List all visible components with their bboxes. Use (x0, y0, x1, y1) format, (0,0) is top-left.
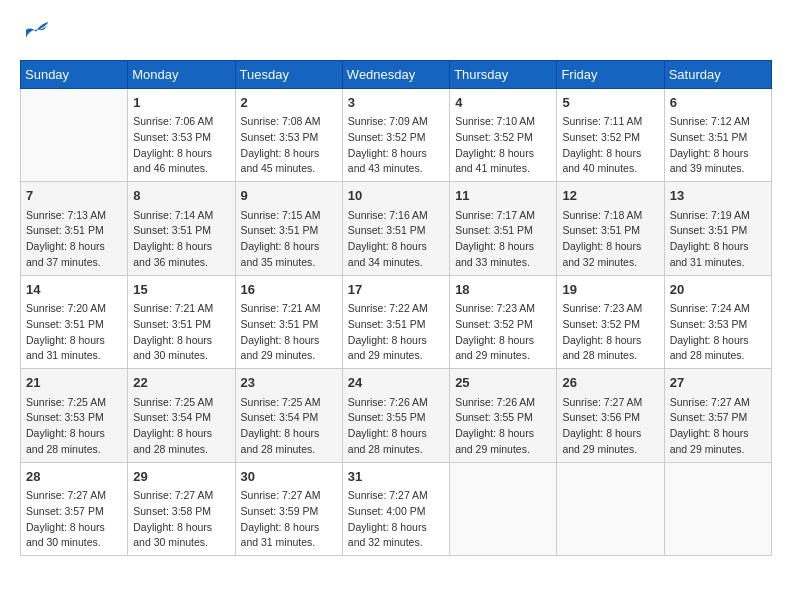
day-info: Sunrise: 7:24 AMSunset: 3:53 PMDaylight:… (670, 301, 766, 364)
calendar-cell: 12Sunrise: 7:18 AMSunset: 3:51 PMDayligh… (557, 182, 664, 276)
day-info: Sunrise: 7:23 AMSunset: 3:52 PMDaylight:… (562, 301, 658, 364)
day-number: 25 (455, 373, 551, 393)
day-info: Sunrise: 7:25 AMSunset: 3:54 PMDaylight:… (133, 395, 229, 458)
calendar-cell: 15Sunrise: 7:21 AMSunset: 3:51 PMDayligh… (128, 275, 235, 369)
calendar-cell: 26Sunrise: 7:27 AMSunset: 3:56 PMDayligh… (557, 369, 664, 463)
logo (20, 20, 48, 44)
calendar-cell: 6Sunrise: 7:12 AMSunset: 3:51 PMDaylight… (664, 88, 771, 182)
calendar-cell (557, 462, 664, 556)
calendar-cell: 23Sunrise: 7:25 AMSunset: 3:54 PMDayligh… (235, 369, 342, 463)
day-number: 4 (455, 93, 551, 113)
calendar-cell: 27Sunrise: 7:27 AMSunset: 3:57 PMDayligh… (664, 369, 771, 463)
day-number: 7 (26, 186, 122, 206)
day-number: 6 (670, 93, 766, 113)
calendar-cell: 7Sunrise: 7:13 AMSunset: 3:51 PMDaylight… (21, 182, 128, 276)
day-info: Sunrise: 7:21 AMSunset: 3:51 PMDaylight:… (133, 301, 229, 364)
calendar-cell: 21Sunrise: 7:25 AMSunset: 3:53 PMDayligh… (21, 369, 128, 463)
calendar-cell: 8Sunrise: 7:14 AMSunset: 3:51 PMDaylight… (128, 182, 235, 276)
day-info: Sunrise: 7:09 AMSunset: 3:52 PMDaylight:… (348, 114, 444, 177)
calendar-cell: 30Sunrise: 7:27 AMSunset: 3:59 PMDayligh… (235, 462, 342, 556)
day-info: Sunrise: 7:08 AMSunset: 3:53 PMDaylight:… (241, 114, 337, 177)
calendar-cell: 3Sunrise: 7:09 AMSunset: 3:52 PMDaylight… (342, 88, 449, 182)
day-info: Sunrise: 7:10 AMSunset: 3:52 PMDaylight:… (455, 114, 551, 177)
calendar-cell: 4Sunrise: 7:10 AMSunset: 3:52 PMDaylight… (450, 88, 557, 182)
day-number: 2 (241, 93, 337, 113)
day-number: 3 (348, 93, 444, 113)
calendar-cell: 19Sunrise: 7:23 AMSunset: 3:52 PMDayligh… (557, 275, 664, 369)
day-info: Sunrise: 7:26 AMSunset: 3:55 PMDaylight:… (455, 395, 551, 458)
day-of-week-header: Thursday (450, 60, 557, 88)
day-info: Sunrise: 7:26 AMSunset: 3:55 PMDaylight:… (348, 395, 444, 458)
day-number: 31 (348, 467, 444, 487)
day-info: Sunrise: 7:25 AMSunset: 3:53 PMDaylight:… (26, 395, 122, 458)
calendar-cell: 9Sunrise: 7:15 AMSunset: 3:51 PMDaylight… (235, 182, 342, 276)
day-number: 18 (455, 280, 551, 300)
calendar-cell (21, 88, 128, 182)
day-info: Sunrise: 7:06 AMSunset: 3:53 PMDaylight:… (133, 114, 229, 177)
day-number: 9 (241, 186, 337, 206)
day-info: Sunrise: 7:27 AMSunset: 3:56 PMDaylight:… (562, 395, 658, 458)
day-of-week-header: Monday (128, 60, 235, 88)
day-number: 10 (348, 186, 444, 206)
calendar-week-row: 14Sunrise: 7:20 AMSunset: 3:51 PMDayligh… (21, 275, 772, 369)
day-number: 1 (133, 93, 229, 113)
day-number: 24 (348, 373, 444, 393)
day-number: 11 (455, 186, 551, 206)
day-number: 12 (562, 186, 658, 206)
day-number: 23 (241, 373, 337, 393)
calendar-cell: 17Sunrise: 7:22 AMSunset: 3:51 PMDayligh… (342, 275, 449, 369)
calendar-cell: 1Sunrise: 7:06 AMSunset: 3:53 PMDaylight… (128, 88, 235, 182)
day-info: Sunrise: 7:12 AMSunset: 3:51 PMDaylight:… (670, 114, 766, 177)
day-of-week-header: Tuesday (235, 60, 342, 88)
day-info: Sunrise: 7:15 AMSunset: 3:51 PMDaylight:… (241, 208, 337, 271)
calendar-cell: 20Sunrise: 7:24 AMSunset: 3:53 PMDayligh… (664, 275, 771, 369)
day-number: 14 (26, 280, 122, 300)
calendar-cell: 10Sunrise: 7:16 AMSunset: 3:51 PMDayligh… (342, 182, 449, 276)
day-info: Sunrise: 7:21 AMSunset: 3:51 PMDaylight:… (241, 301, 337, 364)
calendar-week-row: 28Sunrise: 7:27 AMSunset: 3:57 PMDayligh… (21, 462, 772, 556)
day-of-week-header: Sunday (21, 60, 128, 88)
day-info: Sunrise: 7:27 AMSunset: 4:00 PMDaylight:… (348, 488, 444, 551)
day-info: Sunrise: 7:18 AMSunset: 3:51 PMDaylight:… (562, 208, 658, 271)
calendar-cell: 22Sunrise: 7:25 AMSunset: 3:54 PMDayligh… (128, 369, 235, 463)
calendar-week-row: 7Sunrise: 7:13 AMSunset: 3:51 PMDaylight… (21, 182, 772, 276)
day-number: 17 (348, 280, 444, 300)
calendar-cell: 29Sunrise: 7:27 AMSunset: 3:58 PMDayligh… (128, 462, 235, 556)
logo-bird-icon (20, 22, 48, 44)
day-number: 8 (133, 186, 229, 206)
calendar-cell: 28Sunrise: 7:27 AMSunset: 3:57 PMDayligh… (21, 462, 128, 556)
calendar-cell: 24Sunrise: 7:26 AMSunset: 3:55 PMDayligh… (342, 369, 449, 463)
calendar-cell: 18Sunrise: 7:23 AMSunset: 3:52 PMDayligh… (450, 275, 557, 369)
calendar-cell: 14Sunrise: 7:20 AMSunset: 3:51 PMDayligh… (21, 275, 128, 369)
day-info: Sunrise: 7:27 AMSunset: 3:57 PMDaylight:… (26, 488, 122, 551)
day-number: 22 (133, 373, 229, 393)
day-number: 29 (133, 467, 229, 487)
day-info: Sunrise: 7:19 AMSunset: 3:51 PMDaylight:… (670, 208, 766, 271)
calendar-cell: 5Sunrise: 7:11 AMSunset: 3:52 PMDaylight… (557, 88, 664, 182)
day-info: Sunrise: 7:13 AMSunset: 3:51 PMDaylight:… (26, 208, 122, 271)
day-info: Sunrise: 7:20 AMSunset: 3:51 PMDaylight:… (26, 301, 122, 364)
day-info: Sunrise: 7:16 AMSunset: 3:51 PMDaylight:… (348, 208, 444, 271)
calendar-cell (664, 462, 771, 556)
calendar-week-row: 1Sunrise: 7:06 AMSunset: 3:53 PMDaylight… (21, 88, 772, 182)
day-of-week-header: Saturday (664, 60, 771, 88)
day-number: 15 (133, 280, 229, 300)
calendar-week-row: 21Sunrise: 7:25 AMSunset: 3:53 PMDayligh… (21, 369, 772, 463)
day-number: 26 (562, 373, 658, 393)
day-info: Sunrise: 7:14 AMSunset: 3:51 PMDaylight:… (133, 208, 229, 271)
day-number: 21 (26, 373, 122, 393)
day-number: 19 (562, 280, 658, 300)
day-number: 27 (670, 373, 766, 393)
calendar-cell: 2Sunrise: 7:08 AMSunset: 3:53 PMDaylight… (235, 88, 342, 182)
day-number: 5 (562, 93, 658, 113)
day-number: 20 (670, 280, 766, 300)
calendar-table: SundayMondayTuesdayWednesdayThursdayFrid… (20, 60, 772, 557)
day-number: 28 (26, 467, 122, 487)
day-info: Sunrise: 7:27 AMSunset: 3:59 PMDaylight:… (241, 488, 337, 551)
calendar-cell: 25Sunrise: 7:26 AMSunset: 3:55 PMDayligh… (450, 369, 557, 463)
day-info: Sunrise: 7:17 AMSunset: 3:51 PMDaylight:… (455, 208, 551, 271)
day-of-week-header: Friday (557, 60, 664, 88)
day-of-week-header: Wednesday (342, 60, 449, 88)
day-number: 16 (241, 280, 337, 300)
calendar-header-row: SundayMondayTuesdayWednesdayThursdayFrid… (21, 60, 772, 88)
